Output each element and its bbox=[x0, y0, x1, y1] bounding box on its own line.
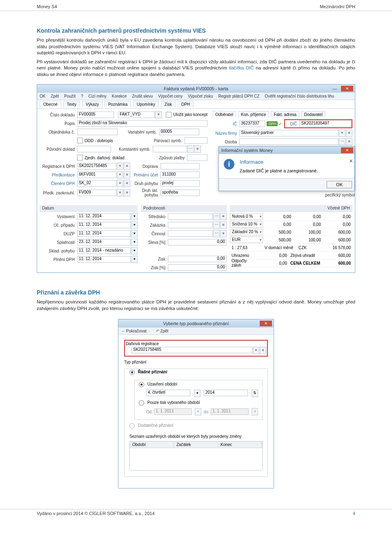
list-icon[interactable]: ≡ bbox=[124, 171, 130, 178]
obj-input[interactable] bbox=[77, 129, 118, 135]
radne-radio[interactable] bbox=[129, 370, 135, 375]
parovaci-input[interactable] bbox=[185, 137, 208, 144]
prim-input[interactable]: 311000 bbox=[160, 172, 200, 178]
label-predkontace[interactable]: Předkontace bbox=[40, 173, 77, 177]
zakazka-input[interactable] bbox=[168, 222, 213, 228]
tb-help[interactable]: ? bbox=[81, 94, 83, 98]
puvodni-input[interactable] bbox=[77, 146, 111, 152]
osoba-input[interactable] bbox=[239, 138, 339, 145]
sklad-input[interactable]: 11. 12. 2014 - nezadáno bbox=[77, 248, 131, 254]
clear-icon[interactable]: ⋯ bbox=[213, 230, 220, 237]
doprava-input[interactable] bbox=[160, 163, 200, 170]
reg-input[interactable]: SK2021758485 bbox=[77, 163, 116, 170]
tb-vypocet-zisku[interactable]: Výpočet zisku bbox=[188, 94, 213, 98]
tb-overit[interactable]: Ověřit registrační číslo distributora li… bbox=[265, 94, 334, 98]
ic-link[interactable]: IČ bbox=[212, 122, 239, 126]
popis-input[interactable]: Prodej zboží na Slovensko bbox=[77, 120, 207, 127]
tb-pouzit[interactable]: Použít bbox=[64, 94, 76, 98]
clear-icon[interactable]: × bbox=[253, 347, 259, 354]
list-icon[interactable]: ≡ bbox=[220, 221, 227, 229]
tb-registr[interactable]: Registr plátců DPH CZ bbox=[218, 94, 259, 98]
tab-dph[interactable]: DPH bbox=[178, 101, 194, 107]
sleva-input[interactable]: 0,00 bbox=[168, 239, 227, 245]
cislo-input[interactable]: FV00005 bbox=[77, 112, 114, 118]
danreg-input[interactable]: SK2021758485 bbox=[131, 347, 252, 353]
dodatecne-radio[interactable] bbox=[129, 423, 135, 428]
tab-upominky[interactable]: Upomínky bbox=[133, 101, 159, 107]
tb-korekce[interactable]: Korekce bbox=[112, 94, 127, 98]
list-icon[interactable]: ≡ bbox=[346, 138, 352, 145]
tb-ok[interactable]: OK bbox=[40, 94, 45, 98]
ctvrtleti-select[interactable]: 4. čtvrtletí bbox=[146, 390, 190, 396]
dropdown-icon[interactable]: ▾ bbox=[131, 230, 138, 237]
tab-vykazy[interactable]: Výkazy bbox=[82, 101, 102, 107]
ld-close-icon[interactable]: ✕ bbox=[260, 321, 272, 326]
dic-input[interactable]: SK2021835497 bbox=[299, 120, 351, 127]
tb-vypocet-ceny[interactable]: Výpočet ceny bbox=[158, 94, 183, 98]
druhp-input[interactable]: prodej bbox=[160, 180, 200, 187]
spinner-icon[interactable]: ⇅ bbox=[252, 390, 258, 397]
tb-zpet[interactable]: Zpět bbox=[51, 94, 59, 98]
dropdown-icon[interactable]: ▾ bbox=[194, 390, 200, 397]
tab-zisk[interactable]: Zisk bbox=[161, 101, 176, 107]
tab-poznamka[interactable]: Poznámka bbox=[105, 101, 131, 107]
subtab-odberatel[interactable]: Odběratel bbox=[212, 111, 236, 118]
label-prim[interactable]: Primární účet bbox=[130, 173, 160, 177]
clear-icon[interactable]: ⋯ bbox=[339, 138, 345, 145]
tab-texty[interactable]: Texty bbox=[63, 101, 80, 107]
clear-icon[interactable]: × bbox=[117, 171, 123, 178]
tab-obecne[interactable]: Obecné bbox=[40, 101, 61, 107]
koncept-checkbox[interactable] bbox=[166, 112, 172, 118]
konst-input[interactable] bbox=[153, 146, 187, 152]
dialog-close-icon[interactable]: ✕ bbox=[341, 147, 353, 153]
ic-input[interactable]: 36237337 bbox=[239, 120, 265, 127]
cinnost-input[interactable] bbox=[168, 230, 213, 237]
list-icon[interactable]: ≡ bbox=[220, 213, 227, 220]
dropdown-icon[interactable]: ▾ bbox=[131, 256, 138, 263]
subtab-dodavatel[interactable]: Dodavatel bbox=[301, 111, 325, 118]
dropdown-icon[interactable]: ▾ bbox=[131, 213, 138, 220]
clear-icon[interactable]: × bbox=[117, 163, 123, 170]
list-icon[interactable]: ≡ bbox=[194, 145, 201, 153]
duzp-input[interactable]: 11. 12. 2014 bbox=[77, 230, 131, 237]
nazev-input[interactable]: Slovenský partner bbox=[239, 130, 339, 136]
tax-select[interactable]: Nulová 0 % bbox=[230, 213, 263, 220]
dropdown-icon[interactable]: ▾ bbox=[131, 221, 138, 229]
clear-icon[interactable]: × bbox=[117, 189, 123, 196]
list-icon[interactable]: ≡ bbox=[260, 347, 266, 354]
vyst-input[interactable]: 11. 12. 2014 bbox=[77, 213, 131, 220]
tb-zrusit[interactable]: Zrušit slevu bbox=[132, 94, 153, 98]
odd-checkbox[interactable] bbox=[77, 138, 83, 143]
ld-pokracovat[interactable]: → Pokračovat bbox=[121, 329, 151, 333]
rok-input[interactable]: 2014 bbox=[204, 390, 248, 396]
predk-input[interactable]: šKFV001 bbox=[77, 172, 116, 178]
pln-input[interactable]: 11. 12. 2014 bbox=[77, 256, 131, 263]
pouzetisk-radio[interactable] bbox=[139, 400, 144, 406]
rada-input[interactable]: FAKT_VYD bbox=[118, 112, 155, 118]
list-icon[interactable]: ≡ bbox=[124, 163, 130, 170]
ld-zpet[interactable]: ↶ Zpět bbox=[156, 329, 173, 333]
zjedn-checkbox[interactable] bbox=[77, 155, 83, 161]
clear-icon[interactable]: × bbox=[155, 111, 162, 118]
dialog-inner-close-icon[interactable]: × bbox=[349, 157, 353, 164]
pick-icon[interactable]: ⋯ bbox=[187, 145, 194, 153]
vs-input[interactable]: 00005 bbox=[159, 129, 200, 135]
stredisko-input[interactable] bbox=[168, 213, 213, 220]
ucp-input[interactable]: 11. 12. 2014 bbox=[77, 222, 131, 228]
spl-input[interactable]: 23. 12. 2014 bbox=[77, 239, 131, 245]
cleneni-input[interactable]: SK_02 bbox=[77, 180, 116, 187]
clear-icon[interactable]: × bbox=[117, 180, 123, 187]
druhs-input[interactable]: spotřeba bbox=[160, 190, 200, 196]
list-icon[interactable]: ≡ bbox=[124, 180, 130, 187]
list-icon[interactable]: ≡ bbox=[220, 230, 227, 237]
dic-link[interactable]: DIČ bbox=[285, 122, 299, 126]
close-icon[interactable]: ✕ bbox=[341, 86, 353, 91]
tb-cizi[interactable]: Cizí měny bbox=[89, 94, 107, 98]
list-icon[interactable]: ≡ bbox=[346, 129, 352, 137]
clear-icon[interactable]: × bbox=[339, 129, 345, 137]
dialog-ok-button[interactable]: OK bbox=[327, 181, 352, 188]
nazev-link[interactable]: Název firmy bbox=[212, 131, 239, 136]
tax-select[interactable]: Základní 20 % bbox=[230, 229, 263, 235]
subtab-konprijemce[interactable]: Kon. příjemce bbox=[238, 111, 269, 118]
subtab-faktadresa[interactable]: Fakt. adresa bbox=[271, 111, 299, 118]
